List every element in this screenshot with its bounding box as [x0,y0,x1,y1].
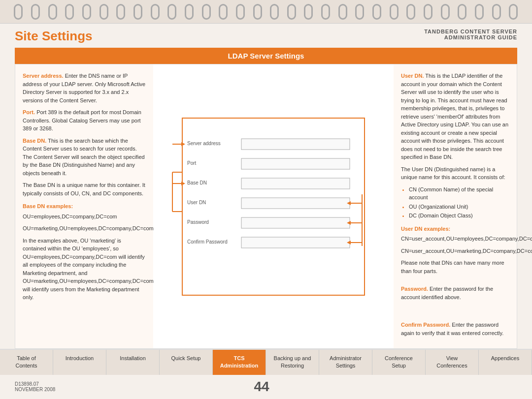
doc-date: NOVEMBER 2008 [15,387,55,392]
spiral-ring [133,4,142,20]
tab-quick-setup[interactable]: Quick Setup [160,350,213,375]
user-dn-note: The User DN (Distinguished name) is a un… [401,165,509,182]
page-title: Site Settings [15,29,92,44]
spiral-ring [287,4,296,20]
page-number: 44 [254,379,269,395]
spiral-ring [48,4,57,20]
spiral-ring [202,4,211,20]
right-panel: User DN. This is the LDAP identifier of … [394,64,517,348]
spiral-ring [236,4,245,20]
spiral-ring [338,4,347,20]
tab-conference-setup[interactable]: ConferenceSetup [372,350,426,375]
tab-toc[interactable]: Table ofContents [0,350,53,375]
tab-installation[interactable]: Installation [106,350,160,375]
tab-backing-up[interactable]: Backing up andRestoring [266,350,319,375]
page-header: Site Settings TANDBERG CONTENT SERVER AD… [0,24,532,48]
spiral-ring [151,4,160,20]
spiral-ring [304,4,313,20]
user-dn-bullets: CN (Common Name) of the special account … [409,185,509,220]
brand-info: TANDBERG CONTENT SERVER ADMINISTRATOR GU… [424,29,517,40]
spiral-ring [31,4,40,20]
svg-rect-2 [241,139,350,150]
svg-rect-10 [241,217,350,228]
spiral-ring [116,4,125,20]
examples-note: In the examples above, OU 'marketing' is… [23,237,146,302]
spiral-ring [372,4,381,20]
user-dn-para: User DN. This is the LDAP identifier of … [401,72,509,161]
port-text: Port 389 is the default port for most Do… [23,109,141,131]
bullet3: DC (Domain Object Class) [409,212,509,220]
svg-rect-6 [241,178,350,189]
doc-id: D13898.07 [15,381,55,387]
tab-tcs-administration[interactable]: TCSAdministration [213,350,266,375]
brand-line2: ADMINISTRATOR GUIDE [424,34,517,40]
base-dn-note: The Base DN is a unique name for this co… [23,181,146,197]
svg-text:Confirm Password: Confirm Password [187,239,228,245]
section-banner: LDAP Server Settings [15,48,517,64]
spiral-ring [185,4,194,20]
ldap-diagram: Server address Port Base DN User DN Pass… [167,113,379,300]
spiral-ring [509,4,518,20]
spiral-ring [441,4,450,20]
spiral-ring [424,4,432,20]
spiral-ring [492,4,501,20]
password-section: Password. Enter the password for the acc… [401,285,509,301]
base-dn-para: Base DN. This is the search base which t… [23,137,146,178]
spiral-ring [14,4,23,20]
example2: OU=marketing,OU=employees,DC=company,DC=… [23,224,146,233]
spiral-ring [253,4,262,20]
server-address-label: Server address. [23,73,64,79]
tab-introduction[interactable]: Introduction [53,350,106,375]
user-dn-label: User DN. [401,73,424,79]
svg-text:Base DN: Base DN [187,180,207,185]
brand-line1: TANDBERG CONTENT SERVER [424,29,517,34]
password-label: Password. [401,286,428,292]
tab-administrator-settings[interactable]: AdministratorSettings [319,350,372,375]
port-para: Port. Port 389 is the default port for m… [23,108,146,133]
base-dn-examples-label: Base DN examples: [23,202,146,211]
svg-rect-4 [241,158,350,169]
main-content: Server address. Enter the DNS name or IP… [15,64,517,349]
spiral-ring [100,4,108,20]
svg-rect-12 [241,237,350,248]
svg-rect-8 [241,198,350,209]
bullet1: CN (Common Name) of the special account [409,185,509,202]
port-label: Port. [23,109,35,115]
base-dn-label: Base DN. [23,138,46,144]
user-dn-text: This is the LDAP identifier of the accou… [401,73,508,160]
spiral-ring [270,4,279,20]
confirm-password-label: Confirm Password. [401,322,450,328]
svg-text:User DN: User DN [187,200,206,205]
footer-tabs: Table ofContents Introduction Installati… [0,349,532,375]
spiral-ring [167,4,176,20]
example1: OU=employees,DC=company,DC=com [23,213,146,221]
user-dn-examples-label: User DN examples: [401,225,509,233]
svg-text:Port: Port [187,160,197,166]
svg-text:Password: Password [187,219,209,225]
svg-text:Server address: Server address [187,141,221,146]
user-dn-note2: Please note that DNs can have many more … [401,259,509,275]
spiral-ring [458,4,466,20]
tab-appendices[interactable]: Appendices [479,350,532,375]
spiral-ring [82,4,91,20]
bullet2: OU (Organizational Unit) [409,203,509,211]
spiral-ring [65,4,74,20]
user-example1: CN=user_account,OU=employees,DC=company,… [401,235,509,243]
spiral-binding [0,0,532,24]
spiral-ring [219,4,228,20]
left-panel: Server address. Enter the DNS name or IP… [15,64,153,348]
footer-doc-info: D13898.07 NOVEMBER 2008 [15,381,55,392]
server-address-para: Server address. Enter the DNS name or IP… [23,72,146,104]
spiral-ring [475,4,484,20]
confirm-password-section: Confirm Password. Enter the password aga… [401,321,509,337]
confirm-password-para: Confirm Password. Enter the password aga… [401,321,509,337]
spiral-ring [406,4,415,20]
tab-view-conferences[interactable]: ViewConferences [426,350,479,375]
page-footer: D13898.07 NOVEMBER 2008 44 [0,375,532,399]
spiral-ring [390,4,399,20]
password-para: Password. Enter the password for the acc… [401,285,509,301]
user-example2: CN=user_account,OU=marketing,DC=company,… [401,247,509,255]
diagram-panel: Server address Port Base DN User DN Pass… [153,64,394,348]
spiral-ring [321,4,330,20]
spiral-ring [355,4,364,20]
